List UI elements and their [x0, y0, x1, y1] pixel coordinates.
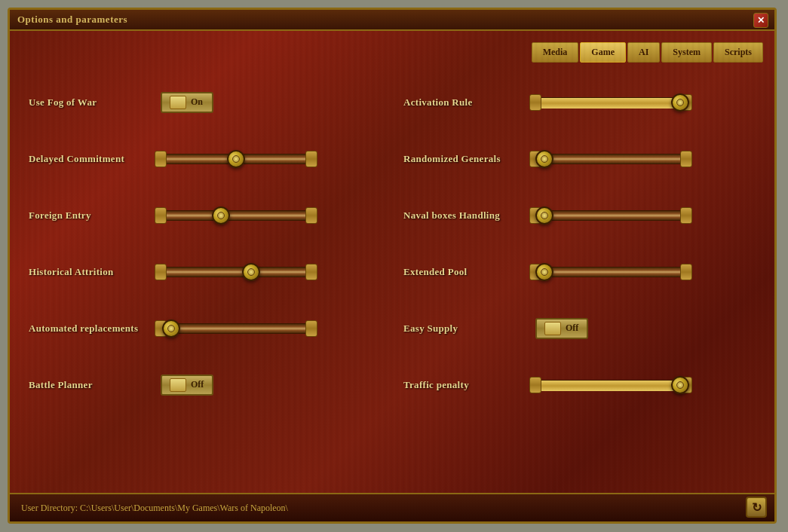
toggle-value-fog-of-war: On: [191, 96, 203, 108]
option-automated-replacements: Automated replacements: [29, 304, 381, 353]
control-foreign-entry: [161, 207, 381, 224]
slider-track-traffic[interactable]: [535, 377, 686, 393]
slider-endcap-right-delayed: [305, 151, 317, 167]
slider-thumb-delayed[interactable]: [227, 150, 245, 168]
slider-track-foreign[interactable]: [161, 207, 311, 224]
label-randomized-generals: Randomized Generals: [403, 153, 524, 165]
slider-endcap-left-attrition: [155, 264, 167, 280]
control-extended-pool: [535, 264, 756, 280]
label-easy-supply: Easy Supply: [403, 323, 524, 335]
slider-endcap-right-automated: [305, 320, 317, 337]
slider-bg-naval: [535, 210, 686, 221]
slider-endcap-left-activation: [529, 94, 541, 111]
refresh-button[interactable]: ↻: [746, 497, 767, 518]
slider-endcap-left-delayed: [155, 151, 167, 167]
tab-scripts[interactable]: Scripts: [713, 42, 763, 63]
option-traffic-penalty: Traffic penalty: [403, 360, 756, 409]
slider-fill-activation: [536, 98, 685, 109]
toggle-fog-of-war[interactable]: On: [161, 92, 213, 113]
control-automated-replacements: [161, 320, 381, 337]
option-randomized-generals: Randomized Generals: [403, 134, 756, 183]
option-extended-pool: Extended Pool: [403, 247, 756, 296]
tab-game[interactable]: Game: [580, 42, 626, 63]
slider-thumb-activation[interactable]: [671, 93, 689, 112]
slider-thumb-attrition[interactable]: [242, 263, 260, 281]
label-fog-of-war: Use Fog of War: [29, 96, 149, 109]
slider-thumb-generals[interactable]: [535, 150, 553, 168]
control-traffic-penalty: [535, 377, 756, 393]
close-button[interactable]: ✕: [753, 13, 768, 28]
label-battle-planner: Battle Planner: [29, 379, 149, 391]
label-naval-boxes: Naval boxes Handling: [403, 209, 524, 222]
option-activation-rule: Activation Rule: [403, 78, 756, 127]
title-bar: Options and parameters ✕: [10, 10, 774, 31]
option-battle-planner: Battle Planner Off: [29, 360, 381, 409]
slider-thumb-naval[interactable]: [535, 206, 553, 225]
control-randomized-generals: [535, 151, 756, 167]
control-fog-of-war: On: [161, 92, 381, 113]
label-activation-rule: Activation Rule: [403, 96, 524, 109]
control-easy-supply: Off: [535, 318, 756, 339]
options-grid: Use Fog of War On Activation Rule: [21, 78, 763, 409]
option-delayed-commitment: Delayed Commitment: [29, 134, 381, 183]
toggle-easy-supply[interactable]: Off: [535, 318, 588, 339]
tab-media[interactable]: Media: [532, 42, 579, 63]
user-directory-text: User Directory: C:\Users\User\Documents\…: [21, 503, 288, 514]
slider-endcap-left-foreign: [155, 207, 167, 224]
slider-thumb-pool[interactable]: [535, 263, 553, 281]
slider-bg-pool: [535, 267, 686, 277]
option-naval-boxes: Naval boxes Handling: [403, 191, 756, 240]
label-historical-attrition: Historical Attrition: [29, 266, 149, 278]
option-foreign-entry: Foreign Entry: [29, 191, 381, 240]
option-easy-supply: Easy Supply Off: [403, 304, 756, 353]
label-foreign-entry: Foreign Entry: [29, 209, 149, 222]
slider-bg-activation: [535, 97, 686, 108]
control-activation-rule: [535, 94, 756, 111]
slider-fill-traffic: [536, 381, 685, 391]
slider-bg-traffic: [535, 380, 686, 390]
toggle-value-easy-supply: Off: [566, 323, 578, 334]
label-extended-pool: Extended Pool: [403, 266, 524, 278]
slider-thumb-foreign[interactable]: [212, 206, 230, 225]
control-battle-planner: Off: [161, 375, 381, 396]
option-fog-of-war: Use Fog of War On: [29, 78, 381, 127]
slider-track-pool[interactable]: [535, 264, 686, 280]
slider-endcap-right-generals: [680, 151, 692, 167]
toggle-indicator-fog-of-war: [170, 96, 186, 109]
slider-endcap-right-pool: [680, 264, 692, 280]
slider-bg-generals: [535, 154, 686, 164]
option-historical-attrition: Historical Attrition: [29, 247, 381, 296]
slider-endcap-right-attrition: [305, 264, 317, 280]
control-delayed-commitment: [161, 151, 381, 167]
label-automated-replacements: Automated replacements: [29, 323, 149, 335]
slider-track-generals[interactable]: [535, 151, 686, 167]
window-title: Options and parameters: [17, 14, 127, 26]
toggle-indicator-easy-supply: [544, 322, 561, 335]
slider-endcap-right-foreign: [305, 207, 317, 224]
control-historical-attrition: [161, 264, 381, 280]
control-naval-boxes: [535, 207, 756, 224]
toggle-value-battle-planner: Off: [191, 379, 204, 390]
slider-track-delayed[interactable]: [161, 151, 311, 167]
slider-endcap-right-naval: [680, 207, 692, 224]
tab-system[interactable]: System: [661, 42, 712, 63]
slider-track-activation-rule[interactable]: [535, 94, 686, 111]
tab-ai[interactable]: AI: [627, 42, 660, 63]
main-content: Media Game AI System Scripts Use Fog of …: [10, 31, 774, 521]
toggle-battle-planner[interactable]: Off: [161, 375, 213, 396]
footer: User Directory: C:\Users\User\Documents\…: [10, 493, 774, 521]
slider-bg-foreign: [161, 210, 311, 221]
slider-track-naval[interactable]: [535, 207, 686, 224]
toggle-indicator-battle-planner: [170, 378, 186, 392]
label-delayed-commitment: Delayed Commitment: [29, 153, 149, 165]
slider-endcap-left-traffic: [529, 377, 541, 393]
slider-thumb-traffic[interactable]: [671, 376, 689, 394]
main-window: Options and parameters ✕ Media Game AI S…: [8, 8, 777, 524]
slider-track-automated[interactable]: [161, 320, 311, 337]
slider-track-attrition[interactable]: [161, 264, 311, 280]
slider-bg-automated: [161, 323, 311, 334]
slider-bg-attrition: [161, 267, 311, 277]
slider-thumb-automated[interactable]: [162, 320, 180, 338]
label-traffic-penalty: Traffic penalty: [403, 379, 524, 391]
tabs-row: Media Game AI System Scripts: [21, 42, 763, 63]
